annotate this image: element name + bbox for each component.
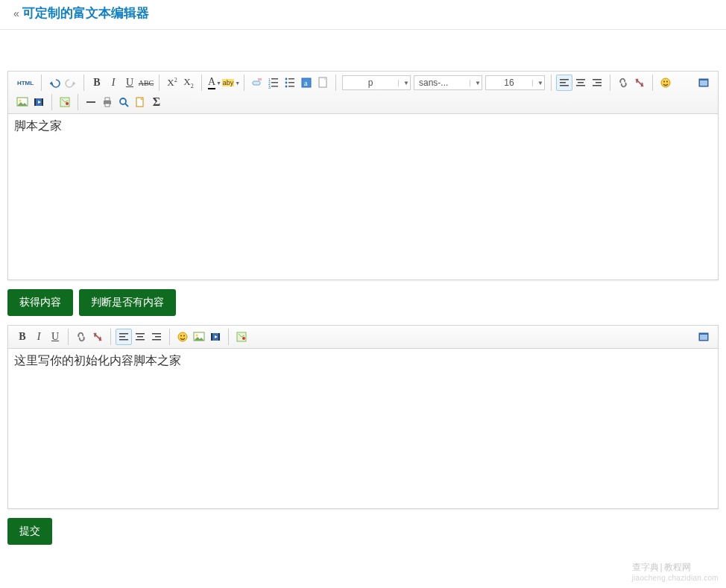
drafts-button[interactable]: [132, 94, 148, 110]
cleardoc-button[interactable]: [315, 75, 331, 91]
svg-rect-13: [288, 86, 294, 87]
svg-point-37: [66, 102, 69, 105]
fullscreen-button[interactable]: [695, 329, 712, 345]
svg-rect-24: [596, 82, 602, 83]
image-button[interactable]: [14, 94, 31, 110]
svg-text:a: a: [304, 79, 308, 87]
svg-rect-35: [42, 98, 43, 106]
page-header: « 可定制的富文本编辑器: [0, 0, 726, 30]
image-button[interactable]: [191, 329, 207, 345]
fontsize-select[interactable]: 16▼: [485, 75, 545, 90]
unlink-button[interactable]: [631, 75, 648, 91]
svg-rect-45: [119, 336, 125, 338]
svg-rect-17: [560, 79, 569, 80]
justifycenter-button[interactable]: [132, 329, 148, 345]
svg-rect-1: [258, 78, 262, 80]
undo-button[interactable]: [46, 75, 63, 91]
submit-button[interactable]: 提交: [7, 518, 52, 545]
selectall-button[interactable]: a: [298, 75, 315, 91]
paragraph-select[interactable]: p▼: [342, 75, 411, 90]
watermark: 查字典|教程网 jiaocheng.chazidian.com: [632, 561, 719, 582]
subscript-button[interactable]: X2: [180, 75, 197, 91]
justifyright-button[interactable]: [589, 75, 605, 91]
map-button[interactable]: [233, 329, 250, 345]
svg-rect-59: [211, 333, 212, 341]
svg-rect-34: [34, 98, 36, 106]
italic-button[interactable]: I: [31, 329, 47, 345]
video-button[interactable]: [207, 329, 224, 345]
svg-rect-22: [576, 85, 585, 86]
bold-button[interactable]: B: [14, 329, 31, 345]
watermark-url: jiaocheng.chazidian.com: [632, 574, 719, 582]
removeformat-button[interactable]: [249, 75, 265, 91]
editor-1: HTML B I U ABC X2 X2 A▼ aby▼ 123 a: [7, 71, 719, 280]
video-button[interactable]: [31, 94, 47, 110]
svg-rect-5: [271, 78, 278, 80]
italic-button[interactable]: I: [105, 75, 121, 91]
link-button[interactable]: [73, 329, 89, 345]
preview-button[interactable]: [116, 94, 132, 110]
print-button[interactable]: [99, 94, 116, 110]
editor-1-content[interactable]: 脚本之家: [8, 114, 718, 279]
svg-rect-52: [152, 339, 161, 341]
svg-rect-40: [105, 98, 110, 101]
justifyright-button[interactable]: [148, 329, 165, 345]
svg-point-8: [285, 78, 288, 80]
formula-button[interactable]: Σ: [148, 94, 165, 110]
fontfamily-select[interactable]: sans-...▼: [414, 75, 482, 90]
bold-button[interactable]: B: [89, 75, 105, 91]
svg-point-32: [19, 100, 22, 102]
emotion-button[interactable]: [174, 329, 191, 345]
svg-rect-47: [136, 333, 145, 335]
svg-point-62: [242, 337, 245, 340]
separator: [652, 75, 653, 91]
separator: [335, 75, 336, 91]
emotion-button[interactable]: [657, 75, 674, 91]
map-button[interactable]: [57, 94, 73, 110]
justifyleft-button[interactable]: [116, 329, 132, 345]
page-title[interactable]: 可定制的富文本编辑器: [22, 4, 149, 22]
separator: [228, 329, 229, 345]
svg-rect-48: [137, 336, 143, 338]
strikethrough-button[interactable]: ABC: [138, 75, 154, 91]
watermark-brand: 查字典: [632, 562, 659, 572]
underline-button[interactable]: U: [121, 75, 138, 91]
watermark-section: 教程网: [664, 562, 691, 572]
unlink-button[interactable]: [89, 329, 106, 345]
svg-rect-64: [700, 335, 707, 340]
underline-button[interactable]: U: [47, 329, 63, 345]
svg-rect-21: [578, 82, 584, 83]
superscript-button[interactable]: X2: [164, 75, 180, 91]
fullscreen-button[interactable]: [695, 75, 712, 91]
svg-rect-49: [136, 339, 145, 341]
separator: [110, 329, 111, 345]
link-button[interactable]: [615, 75, 631, 91]
svg-point-55: [183, 335, 185, 337]
action-row-2: 提交: [7, 518, 719, 545]
source-button[interactable]: HTML: [14, 75, 37, 91]
forecolor-button[interactable]: A▼: [206, 75, 223, 91]
horizontalrule-button[interactable]: [83, 94, 99, 110]
redo-button[interactable]: [63, 75, 79, 91]
get-content-button[interactable]: 获得内容: [7, 289, 73, 316]
justifyleft-button[interactable]: [556, 75, 572, 91]
svg-point-57: [196, 335, 198, 337]
svg-point-54: [180, 335, 182, 337]
svg-rect-44: [119, 333, 128, 335]
orderedlist-button[interactable]: 123: [265, 75, 282, 91]
svg-rect-23: [593, 79, 602, 80]
back-icon[interactable]: «: [13, 7, 19, 19]
svg-rect-18: [560, 82, 566, 83]
unorderedlist-button[interactable]: [282, 75, 298, 91]
svg-rect-30: [700, 80, 707, 86]
justifycenter-button[interactable]: [572, 75, 589, 91]
has-content-button[interactable]: 判断是否有内容: [79, 289, 176, 316]
backcolor-button[interactable]: aby▼: [223, 75, 239, 91]
separator: [551, 75, 552, 91]
svg-rect-20: [576, 79, 585, 80]
editor-2-content[interactable]: 这里写你的初始化内容脚本之家: [8, 349, 718, 508]
editor-2: B I U 这里写你的初始化内容脚本之家: [7, 325, 719, 509]
separator: [68, 329, 69, 345]
svg-rect-25: [593, 85, 602, 86]
svg-point-9: [285, 82, 288, 84]
